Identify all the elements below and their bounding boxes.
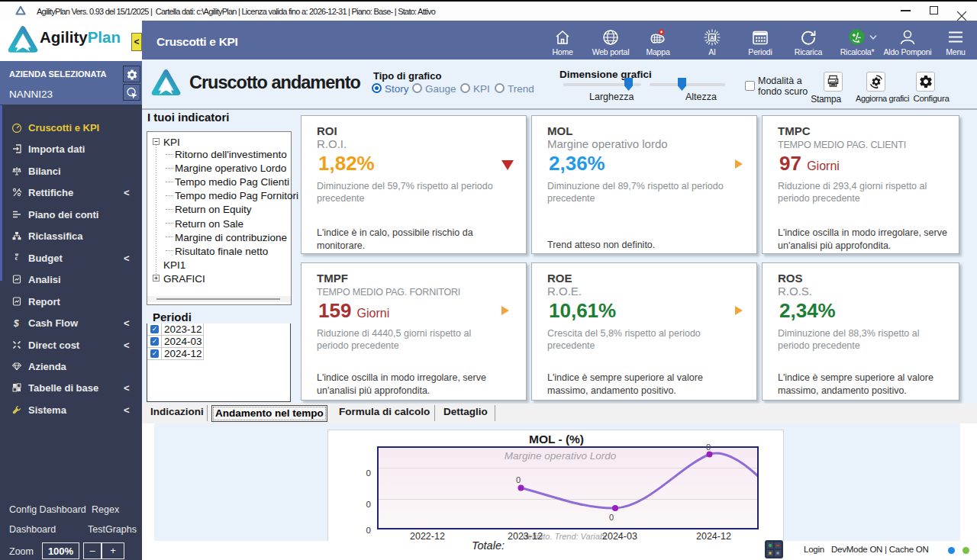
- svg-text:AI: AI: [710, 35, 715, 40]
- svg-text:$: $: [13, 318, 19, 329]
- svg-text:€: €: [15, 256, 18, 261]
